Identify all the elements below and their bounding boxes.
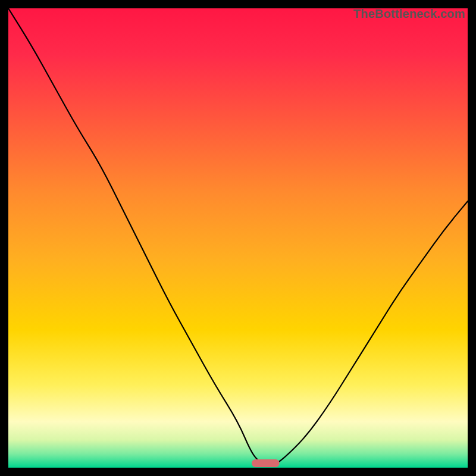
chart-background [8, 8, 468, 468]
watermark-text: TheBottleneck.com [353, 7, 465, 21]
chart-frame: TheBottleneck.com [8, 8, 468, 468]
bottleneck-chart [8, 8, 468, 468]
optimal-marker [252, 459, 279, 467]
